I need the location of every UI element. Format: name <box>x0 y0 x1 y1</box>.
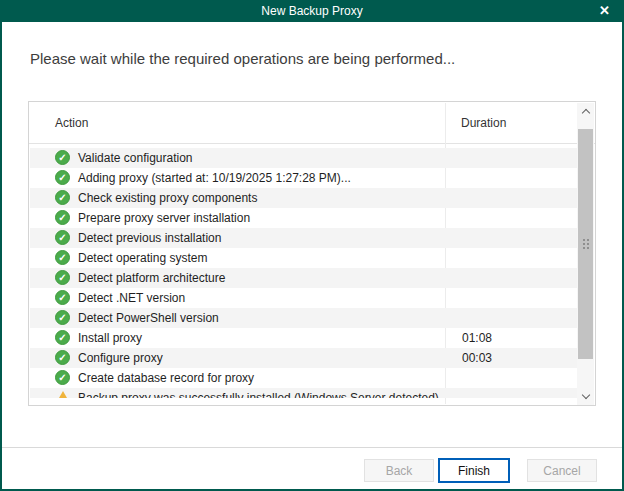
action-cell: Adding proxy (started at: 10/19/2025 1:2… <box>78 171 351 185</box>
success-icon: ✓ <box>55 270 70 285</box>
action-cell: Detect platform architecture <box>78 271 225 285</box>
table-row[interactable]: ✓Detect operating system <box>30 248 577 268</box>
page-heading: Please wait while the required operation… <box>30 50 455 67</box>
list-header: Action Duration <box>29 102 595 144</box>
success-icon: ✓ <box>55 250 70 265</box>
table-row[interactable]: ✓Create database record for proxy <box>30 368 577 388</box>
table-row[interactable]: ✓Configure proxy00:03 <box>30 348 577 368</box>
success-icon: ✓ <box>55 350 70 365</box>
column-header-action[interactable]: Action <box>55 116 88 130</box>
table-row[interactable]: ✓Detect platform architecture <box>30 268 577 288</box>
warning-icon <box>55 391 71 398</box>
duration-cell: 00:03 <box>462 351 492 365</box>
duration-cell: 01:08 <box>462 331 492 345</box>
success-icon: ✓ <box>55 330 70 345</box>
finish-button[interactable]: Finish <box>438 458 510 483</box>
action-cell: Detect .NET version <box>78 291 185 305</box>
action-cell: Detect PowerShell version <box>78 311 219 325</box>
success-icon: ✓ <box>55 150 70 165</box>
close-icon[interactable]: ✕ <box>599 3 610 19</box>
table-row[interactable]: ✓Detect PowerShell version <box>30 308 577 328</box>
footer-separator <box>2 447 622 448</box>
success-icon: ✓ <box>55 230 70 245</box>
action-cell: Configure proxy <box>78 351 163 365</box>
action-cell: Detect operating system <box>78 251 207 265</box>
scroll-down-icon[interactable] <box>577 388 594 405</box>
action-cell: Detect previous installation <box>78 231 221 245</box>
titlebar: New Backup Proxy ✕ <box>0 0 624 22</box>
table-row[interactable]: Backup proxy was successfully installed … <box>30 388 577 398</box>
action-cell: Validate configuration <box>78 151 193 165</box>
success-icon: ✓ <box>55 290 70 305</box>
table-row[interactable]: ✓Validate configuration <box>30 148 577 168</box>
action-cell: Backup proxy was successfully installed … <box>78 391 439 398</box>
table-row[interactable]: ✓Check existing proxy components <box>30 188 577 208</box>
operations-list: Action Duration ✓Validate configuration✓… <box>28 101 596 406</box>
table-row[interactable]: ✓Detect .NET version <box>30 288 577 308</box>
success-icon: ✓ <box>55 310 70 325</box>
operations-rows: ✓Validate configuration✓Adding proxy (st… <box>30 148 577 398</box>
table-row[interactable]: ✓Detect previous installation <box>30 228 577 248</box>
action-cell: Install proxy <box>78 331 142 345</box>
scroll-up-icon[interactable] <box>577 103 594 120</box>
success-icon: ✓ <box>55 370 70 385</box>
success-icon: ✓ <box>55 190 70 205</box>
table-row[interactable]: ✓Adding proxy (started at: 10/19/2025 1:… <box>30 168 577 188</box>
success-icon: ✓ <box>55 210 70 225</box>
action-cell: Check existing proxy components <box>78 191 257 205</box>
table-row[interactable]: ✓Prepare proxy server installation <box>30 208 577 228</box>
cancel-button[interactable]: Cancel <box>527 459 597 482</box>
window-title: New Backup Proxy <box>261 4 362 18</box>
table-row[interactable]: ✓Install proxy01:08 <box>30 328 577 348</box>
scrollbar[interactable] <box>577 103 594 405</box>
column-header-duration[interactable]: Duration <box>461 116 506 130</box>
action-cell: Prepare proxy server installation <box>78 211 250 225</box>
success-icon: ✓ <box>55 170 70 185</box>
scrollbar-thumb[interactable] <box>578 129 593 359</box>
new-backup-proxy-dialog: New Backup Proxy ✕ Please wait while the… <box>0 0 624 491</box>
thumb-grip-icon <box>583 239 585 241</box>
action-cell: Create database record for proxy <box>78 371 254 385</box>
back-button[interactable]: Back <box>364 459 434 482</box>
